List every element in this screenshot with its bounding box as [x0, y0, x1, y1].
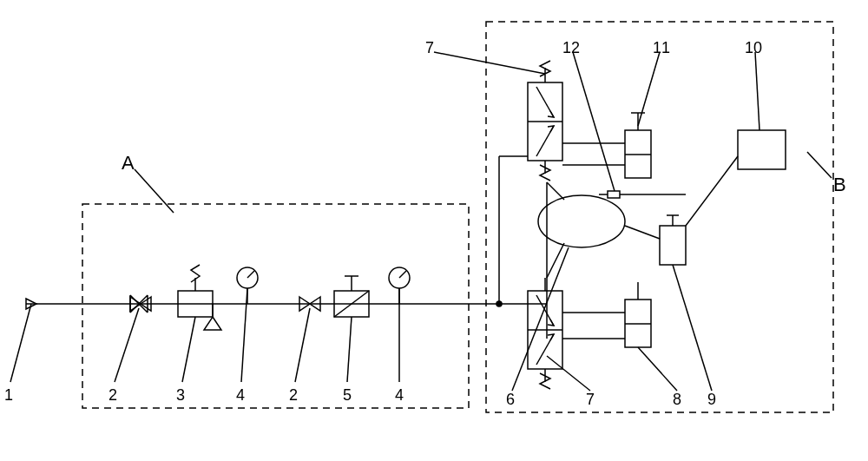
leader-lines — [10, 52, 832, 391]
label-7b: 7 — [586, 391, 595, 409]
label-11: 11 — [653, 39, 670, 57]
svg-rect-39 — [608, 191, 620, 198]
svg-line-49 — [347, 317, 352, 382]
solenoid-valve-icon — [528, 278, 562, 389]
svg-line-23 — [547, 243, 564, 278]
svg-line-22 — [547, 182, 564, 200]
label-12: 12 — [562, 39, 580, 57]
svg-line-53 — [638, 347, 677, 391]
svg-line-44 — [10, 304, 31, 382]
sensor-icon — [599, 191, 620, 198]
label-4: 4 — [236, 386, 245, 405]
schematic-svg — [0, 0, 868, 461]
svg-line-45 — [115, 308, 139, 382]
precision-regulator-icon — [334, 276, 369, 317]
label-9: 9 — [707, 391, 716, 409]
svg-line-42 — [686, 156, 738, 226]
label-5: 5 — [343, 386, 352, 405]
svg-line-54 — [673, 265, 712, 391]
label-1: 1 — [4, 386, 13, 405]
svg-rect-35 — [660, 226, 686, 265]
label-8: 8 — [673, 391, 681, 409]
svg-line-55 — [434, 52, 545, 74]
svg-line-46 — [182, 317, 195, 382]
label-6: 6 — [506, 391, 515, 409]
svg-rect-41 — [738, 130, 786, 169]
svg-line-56 — [573, 52, 615, 191]
svg-line-59 — [135, 169, 174, 213]
svg-line-57 — [638, 52, 660, 126]
svg-line-48 — [295, 308, 310, 382]
svg-line-60 — [807, 152, 832, 178]
label-A: A — [122, 152, 135, 175]
svg-line-38 — [625, 226, 660, 239]
label-2: 2 — [108, 386, 117, 405]
label-10: 10 — [745, 39, 762, 57]
cylinder-icon — [625, 113, 651, 178]
cylinder-icon — [625, 282, 651, 347]
pressure-gauge-icon — [237, 267, 258, 304]
label-B: B — [833, 174, 846, 196]
svg-line-58 — [755, 52, 760, 130]
svg-line-52 — [547, 356, 590, 391]
label-3: 3 — [176, 386, 185, 405]
filter-regulator-icon — [178, 265, 221, 330]
oval-chamber-icon — [538, 195, 625, 247]
svg-line-2 — [247, 271, 254, 278]
label-2b: 2 — [289, 386, 298, 405]
svg-line-47 — [241, 288, 247, 382]
cylinder-icon — [660, 215, 686, 265]
solenoid-valve-icon — [528, 61, 562, 181]
label-4b: 4 — [395, 386, 404, 405]
svg-line-5 — [399, 271, 406, 278]
label-7: 7 — [425, 39, 434, 57]
